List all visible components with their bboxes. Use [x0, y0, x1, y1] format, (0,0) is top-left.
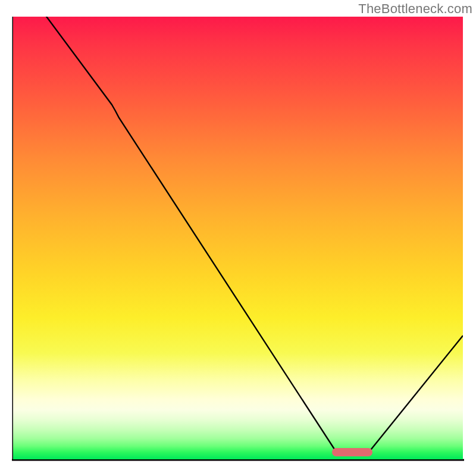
optimal-marker: [332, 448, 372, 456]
plot-area: [13, 17, 463, 459]
bottleneck-curve: [40, 17, 463, 453]
curve-layer: [13, 17, 463, 459]
